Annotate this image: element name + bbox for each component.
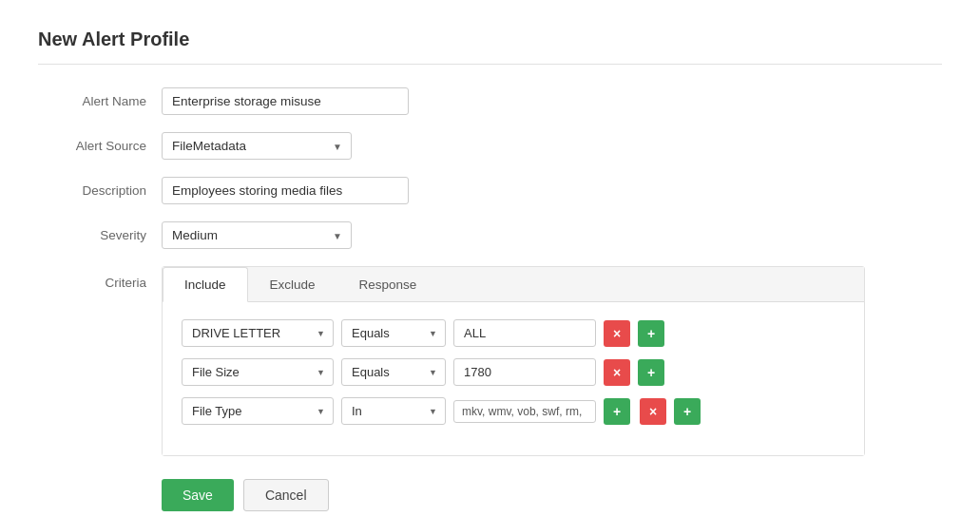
operator-select-wrapper-2: Equals Not Equals In Not In Contains	[341, 358, 446, 386]
tags-value: mkv, wmv, vob, swf, rm,	[462, 405, 582, 418]
criteria-box: Include Exclude Response DRIVE LETTER Fi…	[162, 266, 865, 456]
alert-source-group: Alert Source FileMetadata NetworkActivit…	[38, 132, 942, 160]
field-select-3[interactable]: DRIVE LETTER File Size File Type File Na…	[182, 397, 334, 425]
criteria-row: DRIVE LETTER File Size File Type File Na…	[182, 358, 845, 386]
remove-row-button-1[interactable]: ×	[604, 320, 630, 347]
criteria-row: DRIVE LETTER File Size File Type File Na…	[182, 397, 845, 425]
criteria-row: DRIVE LETTER File Size File Type File Na…	[182, 319, 845, 347]
alert-source-select[interactable]: FileMetadata NetworkActivity UserActivit…	[162, 132, 352, 160]
operator-select-1[interactable]: Equals Not Equals In Not In Contains	[341, 319, 446, 347]
description-label: Description	[38, 177, 162, 198]
add-row-button-1[interactable]: +	[638, 320, 664, 347]
criteria-content: DRIVE LETTER File Size File Type File Na…	[163, 302, 864, 455]
alert-name-group: Alert Name	[38, 87, 942, 115]
operator-select-wrapper-1: Equals Not Equals In Not In Contains	[341, 319, 446, 347]
tab-response[interactable]: Response	[337, 267, 439, 302]
field-select-2[interactable]: DRIVE LETTER File Size File Type File Na…	[182, 358, 334, 386]
add-row-button-3[interactable]: +	[674, 398, 701, 425]
alert-name-label: Alert Name	[38, 87, 162, 108]
operator-select-wrapper-3: Equals Not Equals In Not In Contains	[341, 397, 446, 425]
severity-label: Severity	[38, 221, 162, 242]
tab-exclude[interactable]: Exclude	[248, 267, 337, 302]
alert-source-select-wrapper: FileMetadata NetworkActivity UserActivit…	[162, 132, 352, 160]
criteria-section: Criteria Include Exclude Response DRIVE …	[38, 266, 942, 456]
remove-row-button-3[interactable]: ×	[640, 398, 666, 425]
field-select-wrapper-3: DRIVE LETTER File Size File Type File Na…	[182, 397, 334, 425]
criteria-label: Criteria	[38, 266, 162, 290]
severity-select-wrapper: Low Medium High Critical	[162, 221, 352, 249]
description-input[interactable]	[162, 177, 409, 204]
remove-row-button-2[interactable]: ×	[604, 359, 630, 386]
alert-name-input[interactable]	[162, 87, 409, 115]
severity-group: Severity Low Medium High Critical	[38, 221, 942, 249]
operator-select-2[interactable]: Equals Not Equals In Not In Contains	[341, 358, 446, 386]
tags-input-container: mkv, wmv, vob, swf, rm,	[453, 400, 596, 423]
field-select-1[interactable]: DRIVE LETTER File Size File Type File Na…	[182, 319, 334, 347]
field-select-wrapper-1: DRIVE LETTER File Size File Type File Na…	[182, 319, 334, 347]
value-input-1[interactable]	[453, 319, 596, 347]
alert-source-label: Alert Source	[38, 132, 162, 153]
add-row-button-2[interactable]: +	[638, 359, 664, 386]
criteria-tab-bar: Include Exclude Response	[163, 267, 864, 302]
description-group: Description	[38, 177, 942, 204]
page-title: New Alert Profile	[38, 29, 942, 65]
value-input-2[interactable]	[453, 358, 596, 386]
operator-select-3[interactable]: Equals Not Equals In Not In Contains	[341, 397, 446, 425]
footer-actions: Save Cancel	[38, 479, 942, 511]
save-button[interactable]: Save	[162, 479, 234, 511]
field-select-wrapper-2: DRIVE LETTER File Size File Type File Na…	[182, 358, 334, 386]
tab-include[interactable]: Include	[163, 267, 248, 302]
cancel-button[interactable]: Cancel	[243, 479, 329, 511]
add-tag-button[interactable]: +	[604, 398, 630, 425]
severity-select[interactable]: Low Medium High Critical	[162, 221, 352, 249]
